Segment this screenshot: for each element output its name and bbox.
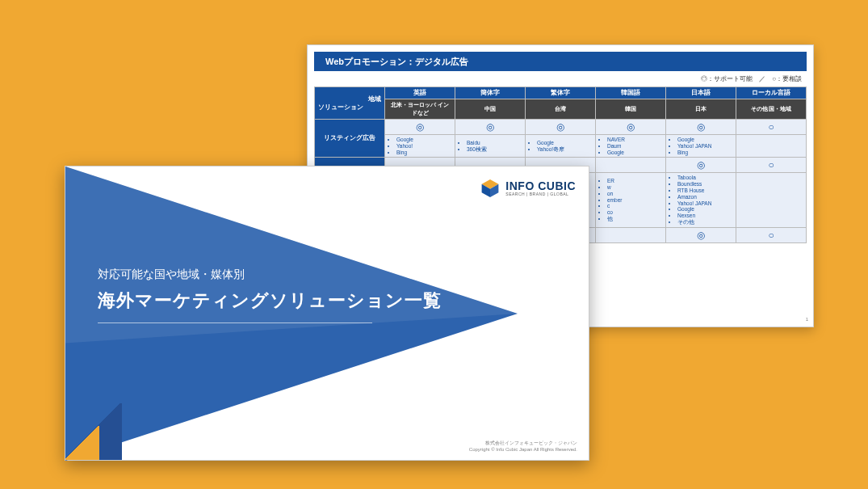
region-header: 台湾 (526, 99, 596, 120)
page-number: 1 (806, 317, 808, 322)
front-slide: 対応可能な国や地域・媒体別 海外マーケティングソリューション一覧 INFO CU… (65, 166, 589, 461)
media-cell: GoogleYahoo!Bing (385, 135, 455, 158)
support-mark (596, 227, 666, 242)
support-mark: ◎ (526, 120, 596, 135)
support-mark: ◎ (666, 227, 736, 242)
lang-header: 英語 (385, 87, 455, 99)
support-mark: ◎ (666, 158, 736, 173)
media-cell: TaboolaBoundlessRTB HouseAmazonYahoo! JA… (666, 173, 736, 227)
region-header: 中国 (455, 99, 526, 120)
legend-text: ◎：サポート可能 ／ ○：要相談 (308, 71, 813, 86)
support-mark: ◎ (455, 120, 526, 135)
media-cell: GoogleYahoo!奇摩 (526, 135, 596, 158)
row-header: リスティング広告 (315, 120, 385, 158)
table-corner: 地域 ソリューション (315, 87, 385, 120)
media-cell: ERwonembercco他 (596, 173, 666, 227)
lang-header: ローカル言語 (736, 87, 807, 99)
lang-header: 繁体字 (526, 87, 596, 99)
region-header: その他 国・地域 (736, 99, 807, 120)
table-row: リスティング広告 ◎ ◎ ◎ ◎ ◎ ○ (315, 120, 807, 135)
corner-accent-orange (65, 426, 99, 460)
media-cell (736, 173, 807, 227)
support-mark: ◎ (666, 120, 736, 135)
lang-header: 韓国語 (596, 87, 666, 99)
support-mark: ○ (736, 227, 807, 242)
copyright: 株式会社インフォキュービック・ジャパン Copyright © Info Cub… (469, 441, 577, 453)
region-header: 北米・ヨーロッパ インドなど (385, 99, 455, 120)
media-cell: GoogleYahoo! JAPANBing (666, 135, 736, 158)
cover-title: 海外マーケティングソリューション一覧 (98, 289, 442, 313)
logo-tagline: SEARCH | BRAND | GLOBAL (505, 192, 576, 196)
support-mark: ◎ (385, 120, 455, 135)
support-mark: ○ (736, 158, 807, 173)
cover-subtitle: 対応可能な国や地域・媒体別 (98, 268, 442, 282)
back-slide-title: Webプロモーション：デジタル広告 (314, 52, 807, 71)
logo-text: INFO CUBIC (505, 180, 576, 192)
media-cell: Baidu360検索 (455, 135, 526, 158)
table-row: GoogleYahoo!Bing Baidu360検索 GoogleYahoo!… (315, 135, 807, 158)
support-mark (596, 158, 666, 173)
logo: INFO CUBIC SEARCH | BRAND | GLOBAL (480, 178, 576, 199)
support-mark: ◎ (596, 120, 666, 135)
region-header: 日本 (666, 99, 736, 120)
cover-divider (98, 322, 372, 323)
region-header: 韓国 (596, 99, 666, 120)
support-mark: ○ (736, 120, 807, 135)
media-cell: NAVERDaumGoogle (596, 135, 666, 158)
lang-header: 簡体字 (455, 87, 526, 99)
cube-icon (480, 178, 501, 199)
media-cell (736, 135, 807, 158)
lang-header: 日本語 (666, 87, 736, 99)
